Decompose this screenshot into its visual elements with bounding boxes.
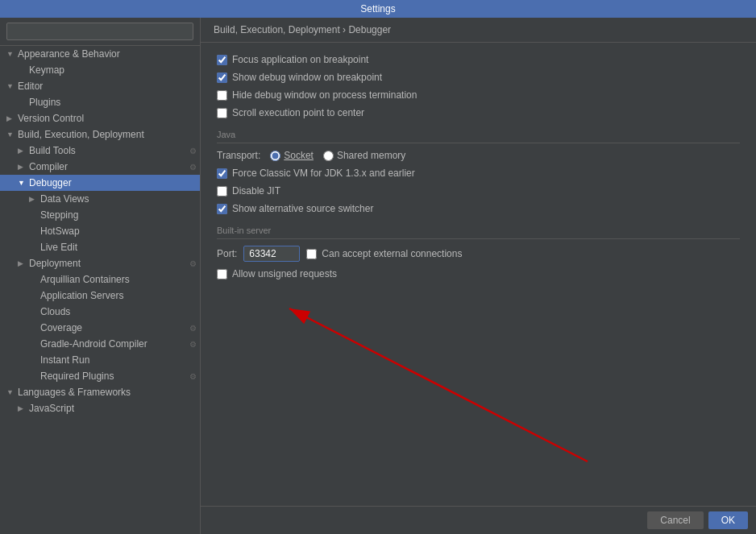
sidebar-item-plugins[interactable]: Plugins bbox=[0, 94, 200, 110]
sidebar-label-gradle-android: Gradle-Android Compiler bbox=[40, 338, 185, 350]
sidebar-label-hotswap: HotSwap bbox=[40, 226, 200, 237]
sidebar-item-compiler[interactable]: ▶Compiler⚙ bbox=[0, 159, 200, 175]
arrow-icon-compiler: ▶ bbox=[18, 163, 29, 171]
arrow-icon-version-control: ▶ bbox=[6, 114, 18, 122]
sidebar-label-languages: Languages & Frameworks bbox=[18, 387, 200, 398]
row-show-alt-source: Show alternative source switcher bbox=[217, 203, 740, 214]
sidebar-item-required-plugins[interactable]: Required Plugins⚙ bbox=[0, 368, 200, 384]
settings-icon-deployment: ⚙ bbox=[185, 259, 200, 268]
allow-unsigned-text: Allow unsigned requests bbox=[232, 268, 337, 279]
breadcrumb: Build, Execution, Deployment › Debugger bbox=[201, 18, 756, 43]
sidebar-item-stepping[interactable]: Stepping bbox=[0, 207, 200, 223]
label-focus-breakpoint[interactable]: Focus application on breakpoint bbox=[217, 54, 368, 65]
cancel-button[interactable]: Cancel bbox=[647, 511, 703, 529]
arrow-icon-languages: ▼ bbox=[6, 388, 18, 396]
sidebar-item-javascript[interactable]: ▶JavaScript bbox=[0, 400, 200, 416]
sidebar-item-build-exec[interactable]: ▼Build, Execution, Deployment bbox=[0, 126, 200, 143]
arrow-icon-build-tools: ▶ bbox=[18, 147, 29, 155]
transport-shared-radio[interactable] bbox=[323, 151, 334, 161]
sidebar-item-debugger[interactable]: ▼Debugger bbox=[0, 175, 200, 191]
transport-socket-radio[interactable] bbox=[270, 151, 280, 161]
sidebar-item-gradle-android[interactable]: Gradle-Android Compiler⚙ bbox=[0, 336, 200, 352]
checkbox-disable-jit[interactable] bbox=[217, 186, 227, 197]
port-input[interactable] bbox=[243, 246, 300, 262]
sidebar-item-build-tools[interactable]: ▶Build Tools⚙ bbox=[0, 143, 200, 159]
settings-icon-required-plugins: ⚙ bbox=[185, 372, 200, 381]
sidebar-item-keymap[interactable]: Keymap bbox=[0, 62, 200, 78]
port-label: Port: bbox=[217, 248, 237, 259]
text-scroll-exec: Scroll execution point to center bbox=[232, 107, 364, 118]
settings-icon-gradle-android: ⚙ bbox=[185, 340, 200, 349]
sidebar-item-languages[interactable]: ▼Languages & Frameworks bbox=[0, 384, 200, 400]
sidebar-item-editor[interactable]: ▼Editor bbox=[0, 78, 200, 94]
transport-row: Transport: Socket Shared memory bbox=[217, 150, 740, 161]
label-scroll-exec[interactable]: Scroll execution point to center bbox=[217, 107, 364, 118]
transport-shared-label[interactable]: Shared memory bbox=[323, 150, 405, 161]
sidebar-label-editor: Editor bbox=[18, 81, 200, 92]
sidebar-item-arquillian[interactable]: Arquillian Containers bbox=[0, 271, 200, 288]
label-disable-jit[interactable]: Disable JIT bbox=[217, 185, 280, 197]
sidebar-label-compiler: Compiler bbox=[29, 161, 185, 172]
sidebar-label-build-tools: Build Tools bbox=[29, 145, 185, 156]
sidebar-label-live-edit: Live Edit bbox=[40, 242, 200, 253]
sidebar-item-clouds[interactable]: Clouds bbox=[0, 304, 200, 320]
sidebar-label-build-exec: Build, Execution, Deployment bbox=[18, 129, 200, 140]
sidebar-label-clouds: Clouds bbox=[40, 306, 200, 317]
sidebar-item-coverage[interactable]: Coverage⚙ bbox=[0, 320, 200, 336]
arrow-icon-javascript: ▶ bbox=[18, 404, 29, 412]
text-disable-jit: Disable JIT bbox=[232, 185, 280, 197]
checkbox-show-debug-window[interactable] bbox=[217, 72, 227, 83]
sidebar-item-appearance[interactable]: ▼Appearance & Behavior bbox=[0, 46, 200, 62]
sidebar-label-instant-run: Instant Run bbox=[40, 354, 200, 366]
sidebar-label-stepping: Stepping bbox=[40, 209, 200, 221]
port-row: Port: Can accept external connections bbox=[217, 246, 740, 262]
arrow-icon-appearance: ▼ bbox=[6, 50, 18, 58]
arrow-icon-build-exec: ▼ bbox=[6, 130, 18, 139]
row-scroll-exec: Scroll execution point to center bbox=[217, 107, 740, 118]
allow-unsigned-checkbox[interactable] bbox=[217, 269, 227, 279]
can-accept-checkbox[interactable] bbox=[306, 249, 317, 259]
checkbox-scroll-exec[interactable] bbox=[217, 108, 227, 118]
sidebar-label-coverage: Coverage bbox=[40, 322, 185, 333]
label-force-classic-vm[interactable]: Force Classic VM for JDK 1.3.x and earli… bbox=[217, 168, 415, 179]
sidebar-item-live-edit[interactable]: Live Edit bbox=[0, 239, 200, 255]
content-wrapper: Focus application on breakpointShow debu… bbox=[201, 43, 756, 506]
text-show-debug-window: Show debug window on breakpoint bbox=[232, 72, 382, 83]
sidebar-item-hotswap[interactable]: HotSwap bbox=[0, 223, 200, 239]
sidebar-item-deployment[interactable]: ▶Deployment⚙ bbox=[0, 255, 200, 271]
sidebar-item-instant-run[interactable]: Instant Run bbox=[0, 352, 200, 368]
ok-button[interactable]: OK bbox=[708, 511, 748, 529]
main-container: ▼Appearance & BehaviorKeymap▼EditorPlugi… bbox=[0, 18, 756, 534]
arrow-icon-debugger: ▼ bbox=[18, 179, 29, 187]
label-show-debug-window[interactable]: Show debug window on breakpoint bbox=[217, 72, 382, 83]
sidebar-item-app-servers[interactable]: Application Servers bbox=[0, 288, 200, 304]
search-box[interactable] bbox=[0, 18, 200, 46]
can-accept-label[interactable]: Can accept external connections bbox=[306, 248, 462, 259]
label-show-alt-source[interactable]: Show alternative source switcher bbox=[217, 203, 373, 214]
settings-icon-coverage: ⚙ bbox=[185, 324, 200, 333]
row-force-classic-vm: Force Classic VM for JDK 1.3.x and earli… bbox=[217, 168, 740, 179]
checkbox-show-alt-source[interactable] bbox=[217, 204, 227, 214]
sidebar-label-version-control: Version Control bbox=[18, 113, 200, 124]
text-force-classic-vm: Force Classic VM for JDK 1.3.x and earli… bbox=[232, 168, 415, 179]
checkbox-hide-debug-window[interactable] bbox=[217, 90, 227, 101]
bottom-bar: Cancel OK bbox=[201, 506, 756, 534]
checkbox-focus-breakpoint[interactable] bbox=[217, 55, 227, 65]
allow-unsigned-row: Allow unsigned requests bbox=[217, 268, 740, 279]
shared-memory-label: Shared memory bbox=[337, 150, 405, 161]
sidebar-label-app-servers: Application Servers bbox=[40, 290, 200, 301]
search-input[interactable] bbox=[6, 23, 193, 40]
label-hide-debug-window[interactable]: Hide debug window on process termination bbox=[217, 89, 417, 101]
text-show-alt-source: Show alternative source switcher bbox=[232, 203, 373, 214]
content-area: Build, Execution, Deployment › Debugger … bbox=[201, 18, 756, 534]
sidebar-label-data-views: Data Views bbox=[40, 193, 200, 205]
sidebar-label-debugger: Debugger bbox=[29, 177, 200, 188]
sidebar-item-version-control[interactable]: ▶Version Control bbox=[0, 110, 200, 126]
transport-socket-label[interactable]: Socket bbox=[270, 150, 314, 161]
arrow-icon-deployment: ▶ bbox=[18, 259, 29, 267]
arrow-icon-data-views: ▶ bbox=[29, 195, 40, 203]
allow-unsigned-label[interactable]: Allow unsigned requests bbox=[217, 268, 337, 279]
sidebar-item-data-views[interactable]: ▶Data Views bbox=[0, 191, 200, 207]
checkbox-force-classic-vm[interactable] bbox=[217, 168, 227, 179]
title-text: Settings bbox=[360, 3, 395, 14]
